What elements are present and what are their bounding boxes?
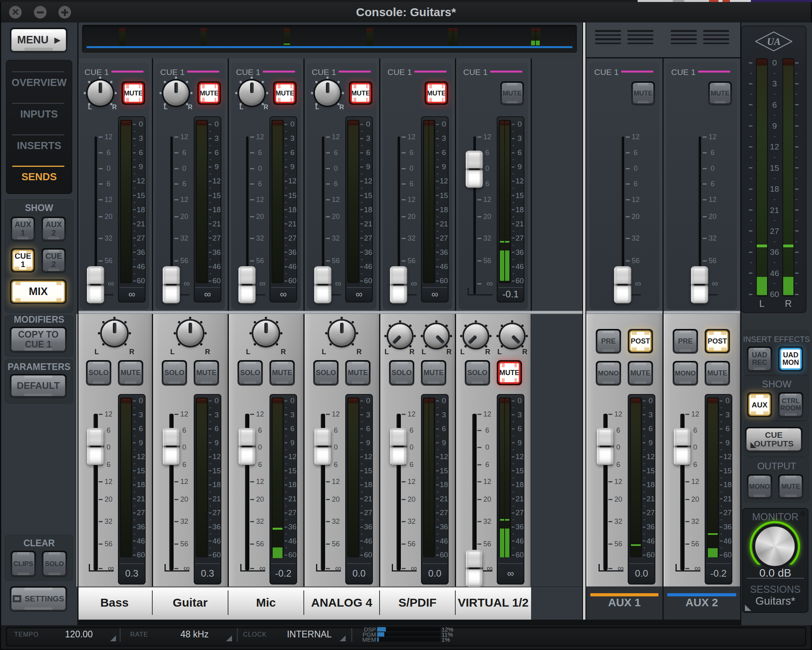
svg-text:UA: UA	[767, 36, 781, 47]
